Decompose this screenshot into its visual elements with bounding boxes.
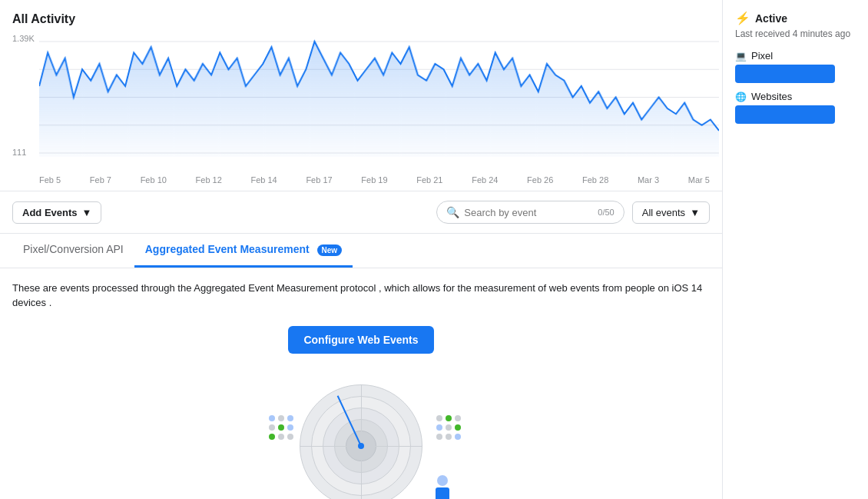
y-min-label: 111 (12, 148, 35, 157)
tab-pixel-conversion[interactable]: Pixel/Conversion API (12, 234, 134, 268)
x-label: Feb 14 (250, 175, 277, 185)
status-sub: Last received 4 minutes ago (735, 28, 856, 39)
chart-title: All Activity (12, 12, 710, 26)
search-input[interactable] (464, 207, 593, 218)
pixel-bar (735, 65, 835, 83)
websites-bar (735, 105, 835, 124)
x-label: Feb 24 (472, 175, 498, 185)
status-label: Active (755, 12, 787, 25)
add-events-button[interactable]: Add Events ▼ (12, 201, 101, 224)
x-label: Feb 26 (527, 175, 553, 185)
desc-link-aem[interactable]: Aggregated Event Measurement protocol (194, 282, 376, 294)
legend-websites: 🌐 Websites (735, 91, 856, 124)
x-label: Feb 19 (361, 175, 387, 185)
search-counter: 0/50 (598, 208, 614, 217)
legend-pixel: 💻 Pixel (735, 50, 856, 83)
tab-aem-label: Aggregated Event Measurement (145, 243, 310, 255)
desc-prefix: These are events processed through the (12, 282, 194, 294)
search-box: 🔍 0/50 (436, 201, 624, 224)
toolbar: Add Events ▼ 🔍 0/50 All events ▼ (0, 191, 722, 234)
x-label: Mar 5 (688, 175, 710, 185)
radar-graphic (300, 384, 422, 499)
desc-middle: , which allows for the measurement of we… (379, 282, 672, 294)
filter-dropdown[interactable]: All events ▼ (632, 201, 710, 224)
tab-new-badge: New (317, 245, 343, 256)
dots-left (269, 415, 293, 440)
tab-aem[interactable]: Aggregated Event Measurement New (134, 234, 353, 268)
tab-pixel-label: Pixel/Conversion API (23, 243, 124, 255)
pixel-label: Pixel (751, 50, 773, 62)
status-row: ⚡ Active (735, 11, 856, 25)
desc-suffix: . (49, 297, 52, 308)
x-label: Feb 17 (306, 175, 332, 185)
configure-web-events-button[interactable]: Configure Web Events (288, 326, 433, 354)
tabs-section: Pixel/Conversion API Aggregated Event Me… (0, 234, 722, 268)
x-axis: Feb 5 Feb 7 Feb 10 Feb 12 Feb 14 Feb 17 … (12, 172, 710, 191)
description-text: These are events processed through the A… (12, 281, 710, 311)
y-max-label: 1.39K (12, 34, 35, 43)
dropdown-arrow-icon: ▼ (690, 207, 700, 218)
filter-label: All events (642, 207, 685, 218)
figure-person (422, 475, 449, 499)
illustration (253, 377, 469, 499)
search-icon: 🔍 (446, 206, 459, 218)
x-label: Feb 21 (416, 175, 442, 185)
x-label: Feb 10 (141, 175, 167, 185)
x-label: Feb 28 (582, 175, 608, 185)
websites-icon: 🌐 (735, 91, 747, 102)
activity-chart (39, 34, 719, 157)
right-panel: ⚡ Active Last received 4 minutes ago 💻 P… (722, 0, 868, 499)
active-icon: ⚡ (735, 11, 750, 25)
x-label: Feb 7 (90, 175, 111, 185)
add-events-label: Add Events (22, 207, 78, 218)
content-area: These are events processed through the A… (0, 268, 722, 499)
dots-right (436, 415, 461, 440)
configure-btn-label: Configure Web Events (303, 334, 418, 346)
websites-label: Websites (751, 91, 792, 102)
x-label: Mar 3 (638, 175, 659, 185)
dropdown-arrow-icon: ▼ (82, 207, 92, 218)
pixel-icon: 💻 (735, 51, 747, 62)
x-label: Feb 5 (39, 175, 61, 185)
x-label: Feb 12 (196, 175, 222, 185)
